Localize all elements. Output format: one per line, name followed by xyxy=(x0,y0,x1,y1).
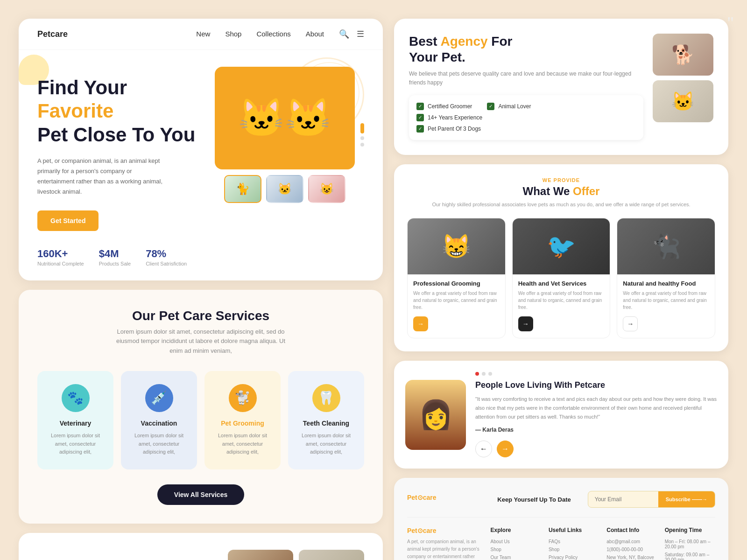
navbar: Petcare New Shop Collections About xyxy=(19,19,383,50)
stat-value-2: $4M xyxy=(99,248,131,260)
stat-clients: 78% Client Satrisfiction xyxy=(146,248,187,266)
about-snippet: About Best Agency For 🐶 🐈 xyxy=(19,533,383,560)
check-icon-3: ✓ xyxy=(416,114,424,121)
service-vaccination: 💉 Vaccination Lorem ipsum dolor sit amet… xyxy=(121,371,197,469)
service-desc-groom: Lorem ipsum dolor sit amet, consectetur … xyxy=(214,432,271,456)
useful-item-2[interactable]: Privacy Policy xyxy=(549,555,599,560)
offer-card: We Provide What We Offer Our highly skil… xyxy=(394,164,728,352)
left-panel: Petcare New Shop Collections About xyxy=(19,19,383,560)
hero-description: A pet, or companion animal, is an animal… xyxy=(37,156,168,197)
footer-logo: Pet⊙care xyxy=(407,494,437,501)
dot-1 xyxy=(482,372,486,376)
contact-item-2: New York, NY, Balcove 7 xyxy=(606,555,657,560)
teeth-icon-circle: 🦷 xyxy=(312,384,340,412)
hero-title-part1: Find Your xyxy=(37,77,127,98)
explore-item-0[interactable]: About Us xyxy=(491,539,541,544)
testimonial-image: 👩 xyxy=(405,380,466,450)
feature-label-1: Certified Groomer xyxy=(428,103,472,110)
stat-label-1: Nutritional Complete xyxy=(37,261,84,266)
nav-item-collections[interactable]: Collections xyxy=(256,30,290,38)
service-desc-vet: Lorem ipsum dolor sit amet, consectetur … xyxy=(47,432,104,456)
contact-col-title: Contact Info xyxy=(606,527,657,533)
nav-item-new[interactable]: New xyxy=(196,30,210,38)
about-image-2: 🐈 xyxy=(299,550,364,560)
footer-brand-logo: Pet⊙care xyxy=(407,527,483,534)
service-teeth: 🦷 Teeth Cleaning Lorem ipsum dolor sit a… xyxy=(288,371,364,469)
offer-item-food: 🐈‍⬛ Natural and healthy Food We offer a … xyxy=(617,218,715,338)
footer-top: Pet⊙care Keep Yourself Up To Date Subscr… xyxy=(407,491,715,518)
health-arrow-button[interactable]: → xyxy=(518,316,533,331)
search-icon[interactable]: 🔍 xyxy=(339,29,349,39)
get-started-button[interactable]: Get Started xyxy=(37,210,99,231)
service-name-groom: Pet Grooming xyxy=(214,420,271,427)
nav-link-collections[interactable]: Collections xyxy=(256,30,290,38)
footer-brand-desc: A pet, or companion animal, is an animal… xyxy=(407,538,483,560)
agency-image-1: 🐕 xyxy=(653,34,713,76)
testimonial-nav: ← → xyxy=(475,441,717,457)
newsletter-input[interactable] xyxy=(588,491,658,507)
quote-icon: " xyxy=(727,13,734,33)
testimonial-prev-button[interactable]: ← xyxy=(475,441,492,457)
nav-link-new[interactable]: New xyxy=(196,30,210,38)
hero-section: Find Your Favorite Pet Close To You A pe… xyxy=(19,50,383,266)
menu-icon[interactable]: ☰ xyxy=(357,29,364,39)
feature-1: ✓ Certified Groomer ✓ Animal Lover xyxy=(416,103,636,110)
agency-title: Best Agency For Your Pet. xyxy=(409,34,643,65)
testimonial-next-button[interactable]: → xyxy=(497,441,514,457)
agency-title-line2: Your Pet. xyxy=(409,50,465,64)
nav-item-about[interactable]: About xyxy=(306,30,324,38)
explore-item-2[interactable]: Our Team xyxy=(491,555,541,560)
view-all-services-button[interactable]: View All Services xyxy=(157,484,244,505)
stat-value-1: 160K+ xyxy=(37,248,84,260)
footer-card: Pet⊙care Keep Yourself Up To Date Subscr… xyxy=(394,478,728,560)
offer-description: Our highly skilled professional associat… xyxy=(407,201,715,209)
useful-item-1[interactable]: Shop xyxy=(549,547,599,552)
stat-nutritional: 160K+ Nutritional Complete xyxy=(37,248,84,266)
food-name: Natural and healthy Food xyxy=(617,280,715,287)
food-arrow-button[interactable]: → xyxy=(623,316,638,331)
main-card: Petcare New Shop Collections About xyxy=(19,19,383,280)
right-panel: Best Agency For Your Pet. We believe tha… xyxy=(394,19,728,560)
newsletter-submit-button[interactable]: Subscribe ——→ xyxy=(658,491,715,507)
useful-item-0[interactable]: FAQs xyxy=(549,539,599,544)
offer-title: What We Offer xyxy=(407,185,715,198)
service-grooming: 🐩 Pet Grooming Lorem ipsum dolor sit ame… xyxy=(204,371,281,469)
nav-link-shop[interactable]: Shop xyxy=(225,30,241,38)
explore-item-1[interactable]: Shop xyxy=(491,547,541,552)
grooming-name: Professional Grooming xyxy=(408,280,505,287)
service-name-vac: Vaccination xyxy=(130,420,188,427)
grooming-image: 😸 xyxy=(408,218,505,274)
feature-3: ✓ Pet Parent Of 3 Dogs xyxy=(416,125,636,133)
agency-title-part1: Best xyxy=(409,34,440,49)
service-name-vet: Veterinary xyxy=(47,420,104,427)
about-image-1: 🐶 xyxy=(228,550,293,560)
feature-label-4: Pet Parent Of 3 Dogs xyxy=(428,126,481,132)
thumb-2[interactable]: 🐱 xyxy=(266,175,303,203)
offer-grid: 😸 Professional Grooming We offer a great… xyxy=(407,218,715,338)
thumb-1[interactable]: 🐈 xyxy=(224,175,261,203)
footer-brand-logo-text: Pet xyxy=(407,527,417,534)
agency-images: 🐕 🐱 xyxy=(653,34,713,122)
nav-item-shop[interactable]: Shop xyxy=(225,30,241,38)
explore-col-title: Explore xyxy=(491,527,541,533)
grooming-icon-circle: 🐩 xyxy=(229,384,257,412)
footer-brand-logo-suffix: care xyxy=(423,527,437,534)
nav-links: New Shop Collections About xyxy=(196,30,324,38)
agency-title-part2: For xyxy=(488,34,513,49)
nav-link-about[interactable]: About xyxy=(306,30,324,38)
footer-logo-text: Pet xyxy=(407,494,417,501)
hero-title: Find Your Favorite Pet Close To You xyxy=(37,76,205,147)
grooming-arrow-button[interactable]: → xyxy=(413,316,428,331)
footer-bottom: Pet⊙care A pet, or companion animal, is … xyxy=(407,527,715,560)
thumb-3[interactable]: 😺 xyxy=(308,175,345,203)
logo: Petcare xyxy=(37,29,68,39)
nav-icons: 🔍 ☰ xyxy=(339,29,364,39)
footer-explore-col: Explore About Us Shop Our Team Adopt Pet xyxy=(491,527,541,560)
footer-logo-suffix-text: care xyxy=(423,494,437,501)
footer-brand-logo-dot: ⊙ xyxy=(417,527,423,534)
hero-image-area: 🐱🐱 🐈 🐱 😺 xyxy=(215,67,355,203)
dot-2 xyxy=(488,372,492,376)
teeth-icon: 🦷 xyxy=(318,390,334,406)
stat-label-2: Products Sale xyxy=(99,261,131,266)
feature-2: ✓ 14+ Years Experience xyxy=(416,114,636,121)
